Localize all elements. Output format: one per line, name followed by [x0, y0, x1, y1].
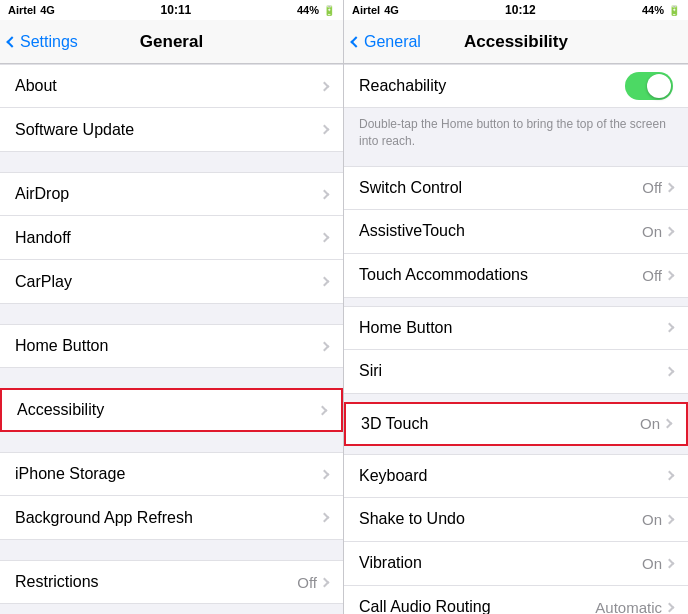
- left-section-3: Home Button: [0, 324, 343, 368]
- list-item[interactable]: Call Audio Routing Automatic: [344, 586, 688, 614]
- left-separator-3: [0, 368, 343, 388]
- chevron-right-icon: [318, 405, 328, 415]
- row-value-shake-undo: On: [642, 511, 662, 528]
- left-nav-bar: Settings General: [0, 20, 343, 64]
- list-item[interactable]: iPhone Storage: [0, 452, 343, 496]
- row-label-home-button: Home Button: [15, 337, 321, 355]
- left-time: 10:11: [161, 3, 192, 17]
- row-label-touch-accommodations: Touch Accommodations: [359, 266, 642, 284]
- chevron-right-icon: [665, 323, 675, 333]
- row-value-call-audio: Automatic: [595, 599, 662, 614]
- right-time: 10:12: [505, 3, 536, 17]
- list-item[interactable]: CarPlay: [0, 260, 343, 304]
- right-settings-list: Reachability Double-tap the Home button …: [344, 64, 688, 614]
- row-value-assistive-touch: On: [642, 223, 662, 240]
- row-value-touch-accommodations: Off: [642, 267, 662, 284]
- list-item-accessibility[interactable]: Accessibility: [0, 388, 343, 432]
- left-status-right: 44% 🔋: [297, 4, 335, 16]
- row-label-3d-touch: 3D Touch: [361, 415, 640, 433]
- row-label-siri: Siri: [359, 362, 666, 380]
- row-label-home-button-r: Home Button: [359, 319, 666, 337]
- left-section-4: Accessibility: [0, 388, 343, 432]
- chevron-right-icon: [320, 125, 330, 135]
- list-item[interactable]: Shake to Undo On: [344, 498, 688, 542]
- row-label-iphone-storage: iPhone Storage: [15, 465, 321, 483]
- row-label-about: About: [15, 77, 321, 95]
- list-item[interactable]: AirDrop: [0, 172, 343, 216]
- left-panel: Airtel 4G 10:11 44% 🔋 Settings General A…: [0, 0, 344, 614]
- right-status-bar: Airtel 4G 10:12 44% 🔋: [344, 0, 688, 20]
- right-panel: Airtel 4G 10:12 44% 🔋 General Accessibil…: [344, 0, 688, 614]
- row-label-keyboard: Keyboard: [359, 467, 666, 485]
- chevron-right-icon: [320, 81, 330, 91]
- list-item[interactable]: Background App Refresh: [0, 496, 343, 540]
- chevron-right-icon: [663, 419, 673, 429]
- left-separator-2: [0, 304, 343, 324]
- right-separator-3: [344, 394, 688, 402]
- reachability-toggle[interactable]: [625, 72, 673, 100]
- row-label-handoff: Handoff: [15, 229, 321, 247]
- chevron-right-icon: [665, 558, 675, 568]
- left-section-6: Restrictions Off: [0, 560, 343, 604]
- right-section-4: Keyboard Shake to Undo On Vibration On C…: [344, 454, 688, 614]
- chevron-right-icon: [320, 189, 330, 199]
- chevron-right-icon: [320, 577, 330, 587]
- list-item[interactable]: Switch Control Off: [344, 166, 688, 210]
- right-carrier: Airtel: [352, 4, 380, 16]
- left-section-5: iPhone Storage Background App Refresh: [0, 452, 343, 540]
- right-section-3: Home Button Siri: [344, 306, 688, 394]
- left-separator-4: [0, 432, 343, 452]
- chevron-right-icon: [665, 514, 675, 524]
- battery-icon-right: 🔋: [668, 5, 680, 16]
- chevron-right-icon: [320, 469, 330, 479]
- right-separator-2: [344, 298, 688, 306]
- row-value-3d-touch: On: [640, 415, 660, 432]
- left-section-1: About Software Update: [0, 64, 343, 152]
- list-item[interactable]: Handoff: [0, 216, 343, 260]
- row-value-restrictions: Off: [297, 574, 317, 591]
- left-back-label: Settings: [20, 33, 78, 51]
- list-item-reachability[interactable]: Reachability: [344, 64, 688, 108]
- list-item[interactable]: Siri: [344, 350, 688, 394]
- right-back-chevron-icon: [350, 36, 361, 47]
- chevron-right-icon: [665, 183, 675, 193]
- battery-icon: 🔋: [323, 5, 335, 16]
- list-item[interactable]: Touch Accommodations Off: [344, 254, 688, 298]
- list-item[interactable]: AssistiveTouch On: [344, 210, 688, 254]
- chevron-right-icon: [320, 513, 330, 523]
- chevron-right-icon: [665, 471, 675, 481]
- list-item[interactable]: Restrictions Off: [0, 560, 343, 604]
- list-item[interactable]: Vibration On: [344, 542, 688, 586]
- left-separator-5: [0, 540, 343, 560]
- row-label-vibration: Vibration: [359, 554, 642, 572]
- toggle-thumb: [647, 74, 671, 98]
- right-separator-1: [344, 158, 688, 166]
- chevron-right-icon: [665, 226, 675, 236]
- left-separator-1: [0, 152, 343, 172]
- list-item[interactable]: Software Update: [0, 108, 343, 152]
- left-status-bar: Airtel 4G 10:11 44% 🔋: [0, 0, 343, 20]
- chevron-right-icon: [320, 233, 330, 243]
- reachability-description: Double-tap the Home button to bring the …: [344, 108, 688, 158]
- right-nav-title: Accessibility: [464, 32, 568, 52]
- row-value-switch-control: Off: [642, 179, 662, 196]
- list-item[interactable]: Home Button: [344, 306, 688, 350]
- right-back-button[interactable]: General: [352, 33, 421, 51]
- right-section-3d-touch: 3D Touch On: [344, 402, 688, 446]
- row-label-shake-undo: Shake to Undo: [359, 510, 642, 528]
- list-item-3d-touch[interactable]: 3D Touch On: [344, 402, 688, 446]
- left-status-left: Airtel 4G: [8, 4, 55, 16]
- row-label-bg-refresh: Background App Refresh: [15, 509, 321, 527]
- right-back-label: General: [364, 33, 421, 51]
- list-item[interactable]: Home Button: [0, 324, 343, 368]
- list-item[interactable]: About: [0, 64, 343, 108]
- row-label-assistive-touch: AssistiveTouch: [359, 222, 642, 240]
- left-network: 4G: [40, 4, 55, 16]
- right-status-left: Airtel 4G: [352, 4, 399, 16]
- right-section-2: Switch Control Off AssistiveTouch On Tou…: [344, 166, 688, 298]
- left-back-button[interactable]: Settings: [8, 33, 78, 51]
- right-section-reachability: Reachability: [344, 64, 688, 108]
- right-status-right: 44% 🔋: [642, 4, 680, 16]
- row-label-carplay: CarPlay: [15, 273, 321, 291]
- list-item[interactable]: Keyboard: [344, 454, 688, 498]
